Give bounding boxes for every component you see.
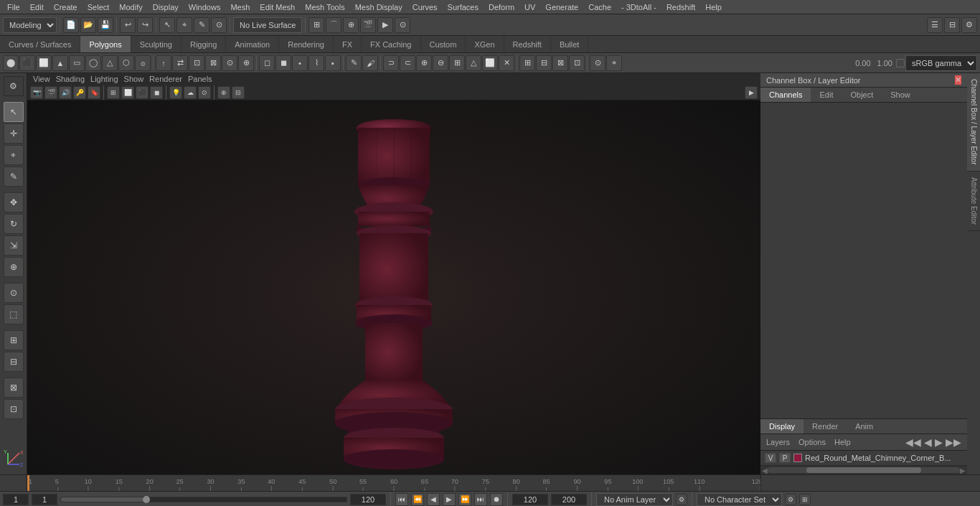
snap-toggle[interactable]: ⊟ — [4, 352, 24, 372]
bevel-button[interactable]: ⊡ — [189, 55, 204, 71]
tab-fx[interactable]: FX — [334, 36, 362, 52]
lighting-menu[interactable]: Lighting — [90, 75, 118, 83]
start-frame-input[interactable] — [32, 494, 57, 505]
undo-button[interactable]: ↩ — [120, 17, 136, 33]
hide-selected[interactable]: ⊡ — [4, 399, 24, 419]
bridge-button[interactable]: ⇄ — [172, 55, 188, 71]
ipr-button[interactable]: ▶ — [377, 17, 393, 33]
menu-select[interactable]: Select — [83, 2, 114, 12]
workspace-select[interactable]: Modeling — [3, 17, 57, 33]
vp-ao-button[interactable]: ⊙ — [198, 86, 211, 99]
curve-tool-button[interactable]: ✎ — [346, 55, 362, 71]
circularize-button[interactable]: ⊙ — [222, 55, 237, 71]
menu-cache[interactable]: Cache — [584, 2, 616, 12]
current-frame-input[interactable] — [3, 494, 29, 505]
layer-color-swatch[interactable] — [793, 454, 802, 462]
panels-menu[interactable]: Panels — [188, 75, 212, 83]
attribute-editor-vert-tab[interactable]: Attribute Editor — [967, 172, 980, 231]
record-button[interactable]: ⏺ — [490, 493, 503, 506]
timeline-range-bar[interactable] — [60, 497, 347, 502]
menu-mesh-tools[interactable]: Mesh Tools — [301, 2, 349, 12]
char-set-settings[interactable]: ⚙ — [785, 494, 796, 505]
panel-close-button[interactable]: ✕ — [955, 75, 961, 85]
menu-edit-mesh[interactable]: Edit Mesh — [255, 2, 299, 12]
tool-settings-toggle[interactable]: ⚙ — [961, 17, 977, 33]
menu-uv[interactable]: UV — [520, 2, 540, 12]
vertex-button[interactable]: • — [292, 55, 308, 71]
anim-layer-settings[interactable]: ⚙ — [676, 494, 687, 505]
layers-scroll-next[interactable]: ▶ — [935, 436, 943, 448]
tab-polygons[interactable]: Polygons — [80, 36, 131, 52]
connect-button[interactable]: ⊠ — [205, 55, 221, 71]
no-live-surface-button[interactable]: No Live Surface — [233, 17, 302, 33]
pipe-button[interactable]: ⌾ — [135, 55, 151, 71]
layers-menu[interactable]: Layers — [766, 438, 790, 446]
layers-scroll-down[interactable]: ▶▶ — [946, 436, 961, 448]
go-to-start-button[interactable]: ⏮ — [395, 493, 408, 506]
scroll-right-button[interactable]: ▶ — [960, 467, 966, 474]
layers-options-menu[interactable]: Options — [798, 438, 826, 446]
layers-scroll-prev[interactable]: ◀ — [924, 436, 932, 448]
render-tab[interactable]: Render — [804, 419, 847, 434]
playback-speed-input[interactable] — [551, 494, 587, 505]
open-scene-button[interactable]: 📂 — [80, 17, 96, 33]
menu-deform[interactable]: Deform — [484, 2, 519, 12]
channel-box-toggle[interactable]: ☰ — [927, 17, 943, 33]
render-button[interactable]: 🎬 — [360, 17, 376, 33]
quadrangulate-button[interactable]: ⬜ — [482, 55, 498, 71]
uv-editor-button[interactable]: ⊞ — [519, 55, 535, 71]
pyramid-button[interactable]: ⬡ — [118, 55, 134, 71]
vp-bookmark-button[interactable]: 🔖 — [88, 86, 100, 99]
step-forward-button[interactable]: ⏩ — [458, 493, 471, 506]
vp-film-button[interactable]: 🎬 — [44, 86, 57, 99]
uv-unfold-button[interactable]: ⊟ — [536, 55, 552, 71]
tab-curves-surfaces[interactable]: Curves / Surfaces — [0, 36, 80, 52]
layer-visibility-button[interactable]: V — [765, 453, 776, 463]
vp-smooth-button[interactable]: ⬛ — [136, 86, 149, 99]
channel-box-vert-tab[interactable]: Channel Box / Layer Editor — [967, 73, 980, 172]
triangulate-button[interactable]: △ — [466, 55, 481, 71]
object-tab[interactable]: Object — [842, 88, 882, 102]
anim-layer-select[interactable]: No Anim Layer — [596, 493, 673, 506]
lasso-tool[interactable]: ⌖ — [4, 145, 24, 165]
max-frame-input[interactable] — [512, 494, 548, 505]
menu-windows[interactable]: Windows — [184, 2, 225, 12]
view-menu[interactable]: View — [33, 75, 50, 83]
separate-button[interactable]: ⊂ — [400, 55, 415, 71]
renderer-menu[interactable]: Renderer — [149, 75, 182, 83]
character-set-select[interactable]: No Character Set — [697, 493, 782, 506]
tab-xgen[interactable]: XGen — [466, 36, 504, 52]
end-frame-display[interactable] — [350, 494, 386, 505]
menu-create[interactable]: Create — [50, 2, 82, 12]
display-layer-tool[interactable]: ⊠ — [4, 378, 24, 398]
menu-redshift[interactable]: Redshift — [662, 2, 699, 12]
layers-scroll-up[interactable]: ◀◀ — [905, 436, 921, 448]
uv-project-button[interactable]: ⊡ — [569, 55, 585, 71]
layers-scrollbar-thumb[interactable] — [806, 467, 922, 473]
attribute-editor-toggle[interactable]: ⊟ — [944, 17, 960, 33]
face-button[interactable]: ▪ — [325, 55, 341, 71]
paint-select-button[interactable]: ✎ — [194, 17, 209, 33]
menu-modify[interactable]: Modify — [115, 2, 146, 12]
channels-tab[interactable]: Channels — [760, 88, 811, 102]
select-arrow-tool[interactable]: ↖ — [4, 102, 24, 122]
show-menu[interactable]: Show — [124, 75, 144, 83]
torus-button[interactable]: ◯ — [85, 55, 101, 71]
vp-camera-button[interactable]: 📷 — [30, 86, 43, 99]
go-to-end-button[interactable]: ⏭ — [474, 493, 487, 506]
cleanup-button[interactable]: ✕ — [499, 55, 514, 71]
select-tool-button[interactable]: ↖ — [159, 17, 175, 33]
menu-display[interactable]: Display — [149, 2, 183, 12]
menu-generate[interactable]: Generate — [541, 2, 583, 12]
sphere-button[interactable]: ⬤ — [3, 55, 19, 71]
display-button[interactable]: ⊙ — [395, 17, 410, 33]
play-forward-button[interactable]: ▶ — [443, 493, 456, 506]
color-swatch[interactable] — [896, 59, 905, 67]
menu-edit[interactable]: Edit — [26, 2, 48, 12]
vp-isolate-button[interactable]: ⊕ — [217, 86, 230, 99]
layer-playback-button[interactable]: P — [779, 453, 791, 463]
vp-xray-button[interactable]: ⊟ — [232, 86, 245, 99]
marquee-select[interactable]: ⬚ — [4, 304, 24, 324]
cube-button[interactable]: ⬛ — [19, 55, 35, 71]
soft-select-mode[interactable]: ⊙ — [4, 283, 24, 303]
